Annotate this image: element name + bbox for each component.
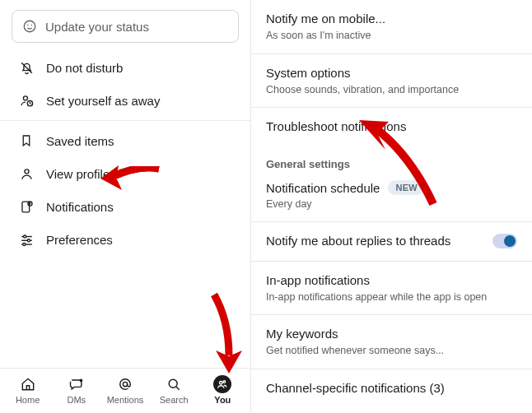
svg-point-6 <box>24 169 28 173</box>
you-icon <box>213 375 231 393</box>
svg-point-15 <box>79 379 82 383</box>
setting-subtitle: As soon as I'm inactive <box>266 29 385 42</box>
setting-title: System options <box>266 65 459 81</box>
new-badge: NEW <box>388 180 425 195</box>
notification-settings-pane: Notify me on mobile... As soon as I'm in… <box>251 0 532 413</box>
setting-my-keywords[interactable]: My keywords Get notified whenever someon… <box>251 315 532 369</box>
setting-title: My keywords <box>266 326 444 342</box>
menu-saved-items[interactable]: Saved items <box>0 124 250 157</box>
setting-title: Troubleshoot notifications <box>266 118 406 135</box>
tab-label: DMs <box>67 395 86 405</box>
menu-label: Preferences <box>46 233 113 247</box>
tab-home[interactable]: Home <box>5 375 51 405</box>
smiley-icon <box>22 19 37 34</box>
at-icon <box>116 375 134 393</box>
status-input[interactable]: Update your status <box>12 10 239 43</box>
menu-label: View profile <box>46 167 110 181</box>
menu-set-away[interactable]: Set yourself as away <box>0 84 250 117</box>
svg-line-18 <box>176 387 180 390</box>
svg-point-17 <box>169 379 177 387</box>
tab-mentions[interactable]: Mentions <box>102 375 148 405</box>
search-icon <box>165 375 183 393</box>
svg-point-2 <box>31 25 33 26</box>
setting-subtitle: Get notified whenever someone says... <box>266 344 444 357</box>
svg-point-14 <box>22 243 25 245</box>
dms-icon <box>68 375 86 393</box>
divider <box>0 120 250 121</box>
notification-settings-icon <box>18 198 35 215</box>
menu-preferences[interactable]: Preferences <box>0 223 250 256</box>
tab-you[interactable]: You <box>199 375 245 405</box>
setting-title: Channel-specific notifications (3) <box>266 380 445 397</box>
svg-point-20 <box>223 381 226 383</box>
setting-channel-specific[interactable]: Channel-specific notifications (3) <box>251 369 532 407</box>
setting-notification-schedule[interactable]: Notification schedule NEW Every day <box>251 174 532 222</box>
tab-label: Mentions <box>107 395 144 405</box>
setting-system-options[interactable]: System options Choose sounds, vibration,… <box>251 54 532 109</box>
home-icon <box>19 375 37 393</box>
toggle-thread-replies[interactable] <box>492 234 517 248</box>
menu-label: Notifications <box>46 200 114 214</box>
setting-thread-replies[interactable]: Notify me about replies to threads <box>251 222 532 261</box>
setting-subtitle: In-app notifications appear while the ap… <box>266 290 487 304</box>
you-menu-pane: Update your status Do not disturb Set yo… <box>0 0 251 413</box>
menu-notifications[interactable]: Notifications <box>0 190 250 223</box>
setting-subtitle: Choose sounds, vibration, and importance <box>266 83 459 96</box>
person-icon <box>18 165 35 182</box>
menu-view-profile[interactable]: View profile <box>0 157 250 190</box>
setting-troubleshoot[interactable]: Troubleshoot notifications <box>251 108 532 143</box>
bell-off-icon <box>18 59 35 76</box>
svg-point-1 <box>27 25 29 26</box>
svg-line-3 <box>21 63 32 73</box>
svg-point-16 <box>123 382 127 386</box>
svg-point-12 <box>27 239 30 241</box>
svg-point-4 <box>23 95 27 100</box>
menu-label: Do not disturb <box>46 61 123 75</box>
status-placeholder: Update your status <box>45 20 149 34</box>
tab-search[interactable]: Search <box>151 375 197 405</box>
menu-label: Saved items <box>46 134 114 148</box>
setting-notify-mobile[interactable]: Notify me on mobile... As soon as I'm in… <box>251 0 532 54</box>
setting-inapp[interactable]: In-app notifications In-app notification… <box>251 262 532 316</box>
menu-do-not-disturb[interactable]: Do not disturb <box>0 51 250 84</box>
person-away-icon <box>18 92 35 109</box>
tab-label: Search <box>160 395 189 405</box>
sliders-icon <box>18 231 35 248</box>
bottom-tab-bar: Home DMs Mentions Search <box>0 368 250 413</box>
menu-label: Set yourself as away <box>46 94 160 108</box>
setting-title: Notification schedule <box>266 181 380 195</box>
setting-title: Notify me about replies to threads <box>266 233 450 249</box>
svg-point-19 <box>220 382 223 385</box>
tab-label: You <box>214 395 231 405</box>
tab-label: Home <box>16 395 40 405</box>
svg-point-10 <box>23 234 26 237</box>
bookmark-icon <box>18 132 35 149</box>
section-header-general: General settings <box>251 143 532 174</box>
setting-title: In-app notifications <box>266 272 487 289</box>
setting-title: Notify me on mobile... <box>266 11 385 27</box>
svg-point-0 <box>24 21 35 32</box>
setting-subtitle: Every day <box>266 198 517 210</box>
tab-dms[interactable]: DMs <box>54 375 100 405</box>
